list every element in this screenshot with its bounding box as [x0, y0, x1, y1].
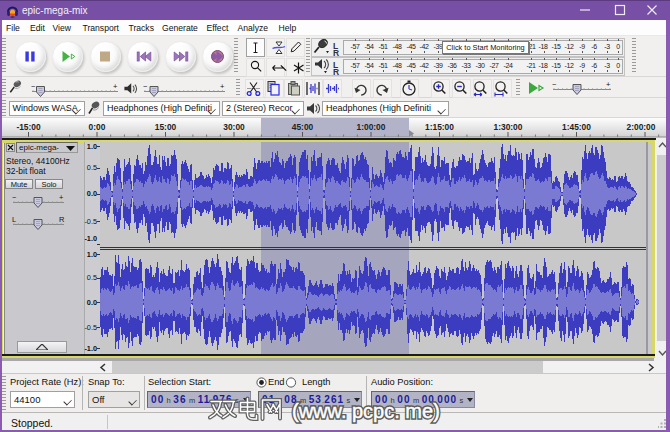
svg-text:(www. pcpc. me): (www. pcpc. me)	[292, 400, 440, 422]
